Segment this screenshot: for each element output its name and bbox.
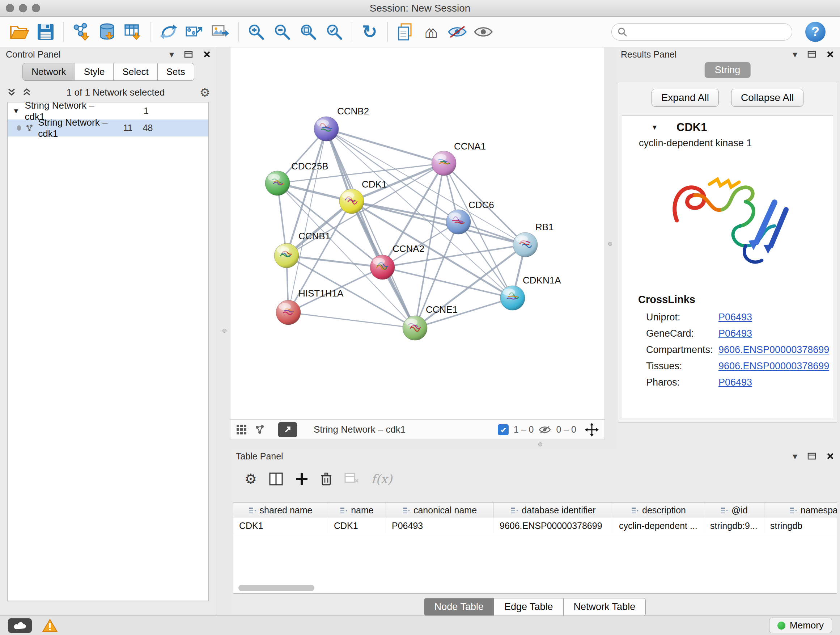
zoom-in-button[interactable] [243,19,269,45]
column-header-name[interactable]: name [328,503,386,518]
network-edge[interactable] [326,129,444,163]
column-header-description[interactable]: description [613,503,704,518]
selected-checkbox-icon[interactable] [498,424,508,435]
expand-all-button[interactable]: Expand All [652,89,719,107]
network-edge[interactable] [326,129,525,245]
network-edge[interactable] [286,201,352,256]
crosslink-value-link[interactable]: 9606.ENSP00000378699 [718,344,829,356]
network-edge[interactable] [286,256,382,267]
first-neighbors-button[interactable] [156,19,182,45]
float-panel-icon[interactable] [184,51,193,58]
network-node-ccna1[interactable] [431,151,456,176]
search-input[interactable] [630,26,786,37]
close-panel-icon[interactable] [203,50,211,58]
panel-menu-icon[interactable]: ▾ [169,50,174,59]
tab-string[interactable]: String [705,62,751,78]
column-header-database-identifier[interactable]: database identifier [494,503,613,518]
open-session-button[interactable] [6,19,33,45]
home-layout-button[interactable]: ⌂⌂ [418,19,444,45]
column-header--id[interactable]: @id [704,503,764,518]
column-header-namespace[interactable]: namespace [764,503,837,518]
zoom-selected-button[interactable] [321,19,347,45]
column-header-canonical-name[interactable]: canonical name [386,503,494,518]
close-panel-icon[interactable] [826,50,834,58]
import-table-file-button[interactable] [120,19,146,45]
minimize-window-button[interactable] [19,4,27,12]
pan-crosshair-icon[interactable] [585,423,599,437]
collapse-section-icon[interactable]: ▼ [651,124,660,131]
expand-all-icon[interactable] [22,87,32,97]
float-panel-icon[interactable] [807,51,816,58]
network-view-icon[interactable] [254,424,265,435]
right-splitter-handle[interactable] [608,242,612,246]
network-node-ccna2[interactable] [370,255,395,279]
network-node-ccne1[interactable] [403,316,427,340]
close-window-button[interactable] [6,4,14,12]
cp-tab-network[interactable]: Network [22,63,75,81]
gear-icon[interactable]: ⚙ [199,87,210,98]
show-all-button[interactable] [470,19,496,45]
horizontal-scrollbar[interactable] [238,585,314,591]
grid-view-icon[interactable] [236,424,247,435]
cp-tab-select[interactable]: Select [114,63,157,81]
table-row[interactable]: CDK1CDK1P064939606.ENSP00000378699cyclin… [233,518,837,533]
export-image-button[interactable] [208,19,234,45]
crosslink-value-link[interactable]: P06493 [718,312,752,323]
close-panel-icon[interactable] [826,452,834,460]
collapse-all-button[interactable]: Collapse All [731,89,804,107]
network-edge[interactable] [288,129,326,312]
cp-tab-sets[interactable]: Sets [158,63,194,81]
memory-button[interactable]: Memory [769,618,832,633]
save-session-button[interactable] [33,19,58,45]
tp-tab-edge-table[interactable]: Edge Table [494,598,564,616]
table-settings-gear-icon[interactable]: ⚙ [245,472,257,486]
hidden-eye-slash-icon[interactable] [538,425,551,434]
crosslink-value-link[interactable]: P06493 [718,377,752,388]
network-row-selected[interactable]: String Network – cdk1 11 48 [8,119,208,136]
hide-selected-button[interactable] [444,19,470,45]
import-network-database-button[interactable] [94,19,120,45]
crosslink-value-link[interactable]: P06493 [718,328,752,339]
panel-menu-icon[interactable]: ▾ [793,50,797,59]
warnings-button[interactable] [42,619,58,632]
network-edge[interactable] [288,312,415,328]
float-panel-icon[interactable] [807,453,816,460]
network-node-cdkn1a[interactable] [500,286,525,310]
import-network-file-button[interactable] [68,19,94,45]
add-column-icon[interactable] [295,472,308,486]
crosslink-value-link[interactable]: 9606.ENSP00000378699 [718,361,829,372]
detach-view-button[interactable] [278,422,297,437]
tp-tab-network-table[interactable]: Network Table [563,598,646,616]
tp-tab-node-table[interactable]: Node Table [424,598,494,616]
network-node-cdc6[interactable] [446,210,471,234]
search-box[interactable] [611,23,792,41]
cloud-button[interactable] [8,618,32,633]
left-splitter-handle[interactable] [223,329,226,333]
network-node-hist1h1a[interactable] [276,300,301,325]
refresh-layout-button[interactable]: ↻ [357,19,383,45]
delete-column-icon[interactable] [321,472,332,486]
help-button[interactable]: ? [805,22,826,42]
network-edge[interactable] [382,267,513,298]
collapse-all-icon[interactable] [6,87,17,97]
zoom-out-button[interactable] [269,19,295,45]
network-node-cdc25b[interactable] [265,171,290,195]
column-header-shared-name[interactable]: shared name [233,503,328,518]
network-node-ccnb1[interactable] [274,243,299,268]
cp-tab-style[interactable]: Style [75,63,114,81]
protein-card-header[interactable]: ▼ CDK1 [622,116,833,135]
function-builder-icon[interactable]: f(x) [371,472,392,486]
show-columns-icon[interactable] [269,472,283,486]
zoom-fit-button[interactable] [295,19,321,45]
network-node-rb1[interactable] [513,233,538,257]
bottom-splitter-handle[interactable] [538,442,542,447]
show-graphics-details-button[interactable] [392,19,418,45]
network-node-cdk1[interactable] [339,189,364,214]
network-view-canvas[interactable]: CCNB2CCNA1CDC25BCDK1CDC6RB1CCNB1CCNA2CDK… [230,47,605,419]
maximize-window-button[interactable] [32,4,40,12]
new-network-from-selection-button[interactable] [182,19,208,45]
network-node-ccnb2[interactable] [314,117,339,141]
toolbar-separator [352,22,352,42]
panel-menu-icon[interactable]: ▾ [793,451,797,461]
tree-expand-icon[interactable]: ▼ [13,107,21,115]
